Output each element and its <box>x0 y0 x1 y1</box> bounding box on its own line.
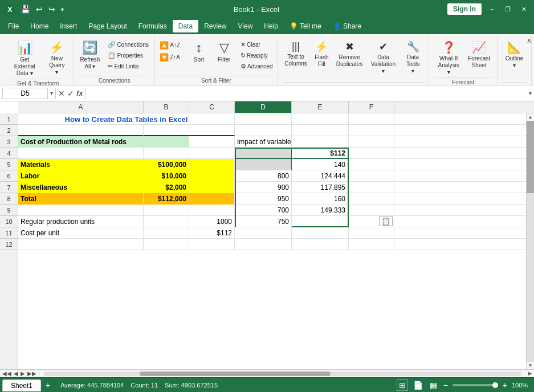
scroll-right-button[interactable]: ▶ <box>526 371 534 376</box>
cell-B4[interactable] <box>144 148 189 159</box>
cell-E9[interactable]: 149.333 <box>292 205 349 216</box>
cell-A1[interactable]: How to Create Data Tables in Excel <box>18 113 235 125</box>
cell-A5[interactable]: Materials <box>18 159 144 170</box>
row-header-1[interactable]: 1 <box>0 113 18 125</box>
save-icon[interactable]: 💾 <box>19 3 32 15</box>
zoom-slider[interactable] <box>453 384 498 386</box>
what-if-analysis-button[interactable]: ❓ What-IfAnalysis ▾ <box>434 39 463 77</box>
menu-data[interactable]: Data <box>173 20 198 32</box>
sheet-tab-1[interactable]: Sheet1 <box>2 379 41 391</box>
data-tools-button[interactable]: 🔧 DataTools ▾ <box>402 39 424 76</box>
new-query-button[interactable]: ⚡ NewQuery ▾ <box>44 39 69 77</box>
cell-B12[interactable] <box>144 239 189 250</box>
cell-A2[interactable] <box>18 125 144 136</box>
scroll-up-button[interactable]: ▲ <box>527 113 534 121</box>
signin-button[interactable]: Sign in <box>447 3 482 15</box>
cell-B7[interactable]: $2,000 <box>144 182 189 193</box>
cell-C9[interactable] <box>189 205 235 216</box>
menu-share[interactable]: 👤Share <box>327 20 367 32</box>
cell-A12[interactable] <box>18 239 144 250</box>
cell-B8[interactable]: $112,000 <box>144 193 189 205</box>
row-header-5[interactable]: 5 <box>0 159 18 170</box>
cell-C5[interactable] <box>189 159 235 170</box>
cell-F11[interactable] <box>349 227 394 239</box>
sheet-last-button[interactable]: ▶▶ <box>27 370 36 377</box>
cell-E4[interactable]: $112 <box>292 148 349 159</box>
menu-insert[interactable]: Insert <box>54 20 83 32</box>
reapply-button[interactable]: ↻ Reapply <box>238 51 275 60</box>
cell-D1[interactable] <box>235 113 292 125</box>
row-header-7[interactable]: 7 <box>0 182 18 193</box>
formula-fx-icon[interactable]: fx <box>76 89 83 97</box>
cell-E11[interactable] <box>292 227 349 239</box>
col-header-A[interactable]: A <box>18 101 144 113</box>
cell-E12[interactable] <box>292 239 349 250</box>
advanced-button[interactable]: ⚙ Advanced <box>238 62 275 71</box>
cell-A3[interactable]: Cost of Production of Metal rods <box>18 136 144 148</box>
restore-button[interactable]: ❐ <box>502 3 513 15</box>
get-external-data-button[interactable]: 📊 Get ExternalData ▾ <box>7 39 42 79</box>
cell-E10[interactable] <box>292 216 349 227</box>
forecast-sheet-button[interactable]: 📈 ForecastSheet <box>466 39 492 71</box>
col-header-C[interactable]: C <box>189 101 235 113</box>
row-header-3[interactable]: 3 <box>0 136 18 148</box>
menu-page-layout[interactable]: Page Layout <box>83 20 132 32</box>
row-header-10[interactable]: 10 <box>0 216 18 227</box>
zoom-in-button[interactable]: + <box>502 380 508 390</box>
cell-C10[interactable]: 1000 <box>189 216 235 227</box>
cell-D12[interactable] <box>235 239 292 250</box>
cell-D2[interactable] <box>235 125 292 136</box>
outline-button[interactable]: 📐 Outline▾ <box>503 39 527 71</box>
cell-F4[interactable] <box>349 148 394 159</box>
cell-C8[interactable] <box>189 193 235 205</box>
cell-A4[interactable] <box>18 148 144 159</box>
menu-formulas[interactable]: Formulas <box>133 20 173 32</box>
cell-E6[interactable]: 124.444 <box>292 170 349 182</box>
cell-D7[interactable]: 900 <box>235 182 292 193</box>
cell-F8[interactable] <box>349 193 394 205</box>
cell-F6[interactable] <box>349 170 394 182</box>
cell-A11[interactable]: Cost per unit <box>18 227 144 239</box>
cell-C12[interactable] <box>189 239 235 250</box>
horizontal-scroll-thumb[interactable] <box>140 371 331 376</box>
row-header-11[interactable]: 11 <box>0 227 18 239</box>
cell-D9[interactable]: 700 <box>235 205 292 216</box>
cell-E5[interactable]: 140 <box>292 159 349 170</box>
normal-view-button[interactable]: ⊞ <box>397 379 408 391</box>
cell-F9[interactable] <box>349 205 394 216</box>
cell-F1[interactable] <box>349 113 394 125</box>
cell-C2[interactable] <box>189 125 235 136</box>
row-header-4[interactable]: 4 <box>0 148 18 159</box>
cell-D8[interactable]: 950 <box>235 193 292 205</box>
add-sheet-button[interactable]: + <box>42 379 54 391</box>
cell-A10[interactable]: Regular production units <box>18 216 144 227</box>
cell-C4[interactable] <box>189 148 235 159</box>
zoom-out-button[interactable]: − <box>442 380 449 390</box>
cell-E7[interactable]: 117.895 <box>292 182 349 193</box>
col-header-F[interactable]: F <box>349 101 394 113</box>
cell-F3[interactable] <box>349 136 394 148</box>
name-box[interactable] <box>2 88 48 99</box>
formula-input-dropdown[interactable]: ▾ <box>529 90 532 96</box>
row-header-6[interactable]: 6 <box>0 170 18 182</box>
cell-F5[interactable] <box>349 159 394 170</box>
cell-D10[interactable]: 750 <box>235 216 292 227</box>
cell-F10[interactable]: 📋 <box>349 216 394 227</box>
menu-file[interactable]: File <box>2 20 25 32</box>
cell-A8[interactable]: Total <box>18 193 144 205</box>
sort-az-button[interactable]: 🔼 A↑Z <box>157 40 183 51</box>
cell-F2[interactable] <box>349 125 394 136</box>
formula-input[interactable] <box>88 88 527 99</box>
row-header-12[interactable]: 12 <box>0 239 18 250</box>
cell-B11[interactable] <box>144 227 189 239</box>
scroll-thumb[interactable] <box>527 121 534 193</box>
cell-E3[interactable] <box>292 136 349 148</box>
sheet-first-button[interactable]: ◀◀ <box>2 370 11 377</box>
cell-D11[interactable] <box>235 227 292 239</box>
row-header-9[interactable]: 9 <box>0 205 18 216</box>
clear-button[interactable]: ✕ Clear <box>238 40 275 50</box>
cell-B10[interactable] <box>144 216 189 227</box>
scroll-down-button[interactable]: ▼ <box>527 362 534 369</box>
cell-C11[interactable]: $112 <box>189 227 235 239</box>
col-header-E[interactable]: E <box>292 101 349 113</box>
